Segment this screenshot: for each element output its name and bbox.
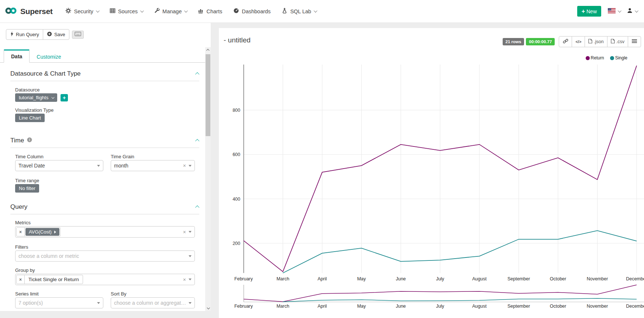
info-icon[interactable]: i bbox=[27, 137, 32, 144]
query-toolbar: Run Query Save bbox=[6, 29, 84, 40]
viz-type-value-badge[interactable]: Line Chart bbox=[15, 114, 45, 122]
remove-metric-icon[interactable]: × bbox=[17, 228, 25, 236]
metrics-select[interactable]: × AVG(Cost) × bbox=[15, 226, 195, 238]
user-icon bbox=[627, 8, 633, 15]
svg-text:November: November bbox=[587, 276, 608, 281]
tab-data[interactable]: Data bbox=[4, 49, 30, 63]
panel-scrollbar[interactable] bbox=[205, 47, 211, 311]
chevron-down-icon bbox=[618, 9, 621, 13]
svg-text:April: April bbox=[317, 304, 327, 309]
caret-down-icon bbox=[189, 302, 192, 304]
time-column-select[interactable]: Travel Date bbox=[15, 160, 103, 171]
svg-text:May: May bbox=[357, 276, 366, 281]
section-time[interactable]: Time i bbox=[10, 137, 199, 148]
scrollbar-thumb[interactable] bbox=[206, 54, 210, 136]
sort-by-select[interactable]: choose a column or aggregate function bbox=[111, 297, 195, 308]
group-by-select[interactable]: × Ticket Single or Return × bbox=[15, 274, 195, 285]
nav-label: SQL Lab bbox=[290, 8, 311, 14]
tab-customize[interactable]: Customize bbox=[30, 51, 68, 63]
chevron-up-icon bbox=[195, 205, 199, 210]
group-by-label: Group by bbox=[15, 267, 35, 273]
chart-panel: - untitled 21 rows 00:00:00.77 </> bbox=[219, 28, 644, 318]
brand-name: Superset bbox=[20, 7, 52, 16]
export-csv-button[interactable]: .csv bbox=[607, 36, 628, 47]
line-chart-canvas[interactable]: 200400600800FebruaryMarchAprilMayJuneJul… bbox=[219, 52, 644, 310]
clear-icon[interactable]: × bbox=[183, 229, 186, 235]
query-time-badge: 00:00:00.77 bbox=[526, 38, 555, 45]
new-button[interactable]: +New bbox=[577, 6, 601, 17]
datasource-control: tutorial_flights + bbox=[15, 93, 68, 102]
group-by-chip: × Ticket Single or Return bbox=[16, 275, 83, 284]
nav-item-sql-lab[interactable]: SQL Lab bbox=[276, 0, 322, 23]
svg-text:September: September bbox=[507, 304, 530, 309]
svg-text:December: December bbox=[626, 276, 644, 281]
language-selector[interactable] bbox=[608, 8, 620, 15]
svg-text:March: March bbox=[276, 304, 289, 309]
share-link-button[interactable] bbox=[559, 36, 572, 47]
export-json-button[interactable]: .json bbox=[585, 36, 607, 47]
navbar: Superset Security bbox=[0, 0, 644, 23]
caret-down-icon bbox=[189, 255, 192, 257]
svg-text:July: July bbox=[436, 304, 444, 309]
add-datasource-button[interactable]: + bbox=[61, 94, 68, 101]
section-datasource-chart-type[interactable]: Datasource & Chart Type bbox=[10, 70, 199, 81]
time-controls-row: Travel Date month × bbox=[15, 160, 195, 171]
series-limit-select[interactable]: 7 option(s) bbox=[15, 297, 103, 308]
time-range-value-badge[interactable]: No filter bbox=[15, 184, 39, 193]
nav-item-manage[interactable]: Manage bbox=[148, 0, 192, 23]
caret-down-icon bbox=[97, 165, 100, 167]
user-menu[interactable] bbox=[627, 8, 637, 15]
caret-down-icon bbox=[189, 165, 192, 167]
time-grain-label: Time Grain bbox=[111, 154, 195, 159]
clear-icon[interactable]: × bbox=[183, 277, 186, 283]
section-query[interactable]: Query bbox=[10, 203, 199, 214]
svg-text:November: November bbox=[587, 304, 608, 309]
metric-chip: × AVG(Cost) bbox=[16, 227, 61, 236]
svg-text:600: 600 bbox=[233, 152, 240, 157]
save-button[interactable]: Save bbox=[43, 29, 69, 40]
caret-down-icon bbox=[189, 231, 192, 233]
svg-text:December: December bbox=[626, 304, 644, 309]
svg-text:200: 200 bbox=[233, 241, 240, 246]
svg-text:July: July bbox=[436, 276, 444, 281]
metric-badge[interactable]: AVG(Cost) bbox=[25, 228, 59, 236]
metrics-label: Metrics bbox=[15, 220, 31, 225]
svg-text:October: October bbox=[550, 304, 566, 309]
time-grain-select[interactable]: month × bbox=[111, 160, 195, 171]
superset-logo[interactable]: Superset bbox=[0, 7, 60, 16]
caret-down-icon bbox=[189, 279, 192, 280]
us-flag-icon bbox=[608, 8, 616, 15]
bar-chart-icon bbox=[198, 8, 204, 15]
filters-select[interactable]: choose a column or metric bbox=[15, 250, 195, 262]
clear-icon[interactable]: × bbox=[183, 163, 186, 169]
nav-item-charts[interactable]: Charts bbox=[192, 0, 228, 23]
scroll-down-arrow[interactable] bbox=[205, 305, 211, 311]
chart-title[interactable]: - untitled bbox=[224, 36, 251, 44]
nav-item-sources[interactable]: Sources bbox=[104, 0, 148, 23]
nav-label: Security bbox=[74, 8, 93, 14]
chart-menu-button[interactable] bbox=[628, 36, 641, 47]
svg-text:August: August bbox=[472, 304, 487, 309]
file-icon bbox=[611, 39, 615, 45]
scroll-up-arrow[interactable] bbox=[205, 47, 211, 53]
chevron-down-icon bbox=[96, 9, 100, 13]
plus-icon: + bbox=[582, 8, 585, 14]
code-icon: </> bbox=[575, 39, 581, 44]
keyboard-icon bbox=[75, 32, 81, 37]
caret-right-icon bbox=[54, 231, 56, 234]
chevron-down-icon bbox=[140, 9, 144, 13]
plus-circle-icon bbox=[47, 31, 52, 38]
svg-text:800: 800 bbox=[233, 108, 240, 113]
keyboard-shortcuts-button[interactable] bbox=[72, 31, 84, 39]
viz-type-label: Visualization Type bbox=[15, 107, 54, 113]
nav-item-dashboards[interactable]: Dashboards bbox=[228, 0, 276, 23]
wrench-icon bbox=[154, 8, 160, 15]
chart-header-actions: 21 rows 00:00:00.77 </> bbox=[503, 36, 641, 47]
nav-item-security[interactable]: Security bbox=[60, 0, 104, 23]
limit-controls-row: 7 option(s) choose a column or aggregate… bbox=[15, 297, 195, 308]
remove-group-by-icon[interactable]: × bbox=[17, 275, 25, 284]
section-title: Datasource & Chart Type bbox=[10, 70, 81, 77]
datasource-value-badge[interactable]: tutorial_flights bbox=[15, 93, 57, 102]
run-query-button[interactable]: Run Query bbox=[6, 29, 43, 40]
embed-code-button[interactable]: </> bbox=[572, 36, 585, 47]
